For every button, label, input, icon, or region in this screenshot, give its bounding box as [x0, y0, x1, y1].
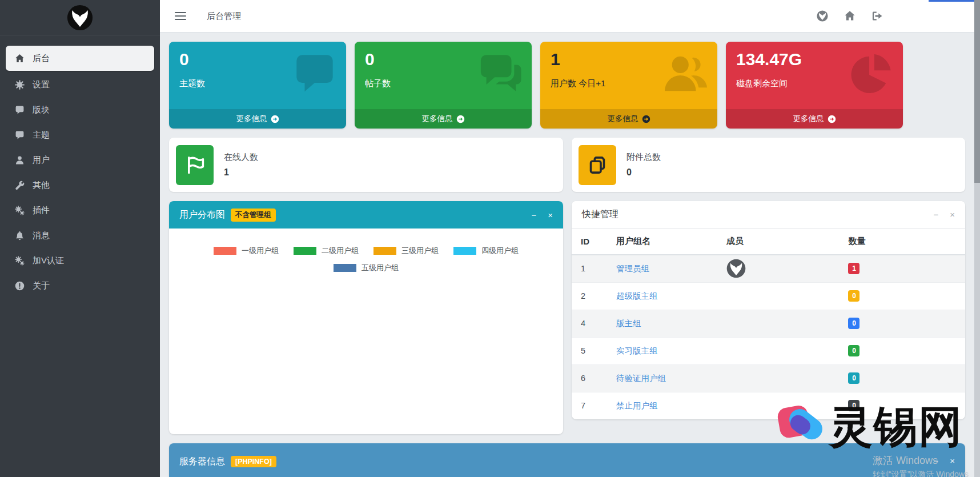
sidebar-item-label: 用户	[33, 155, 50, 166]
info-box-value: 1	[224, 167, 258, 178]
close-button[interactable]: ×	[548, 211, 553, 219]
main-content: 0 主题数 更多信息 0 帖子数 更多信息 1 用户数 今日+1 更多信息	[160, 33, 974, 477]
legend-label: 一级用户组	[242, 246, 279, 256]
window-chrome-strip	[929, 0, 974, 2]
info-box-online: 在线人数 1	[169, 138, 563, 192]
count-badge: 0	[848, 372, 859, 384]
arrow-circle-icon	[271, 115, 279, 123]
more-info-link[interactable]: 更多信息	[169, 109, 346, 129]
legend-item: 四级用户组	[453, 246, 519, 256]
sidebar-item-forums[interactable]: 版块	[6, 98, 154, 121]
panel-controls: − ×	[933, 201, 955, 228]
group-link[interactable]: 禁止用户组	[616, 401, 658, 410]
info-box-value: 0	[626, 167, 661, 178]
group-link[interactable]: 版主组	[616, 319, 641, 328]
cell-id: 2	[572, 282, 607, 310]
group-link[interactable]: 管理员组	[616, 264, 649, 273]
panel-title: 服务器信息	[179, 456, 225, 468]
more-info-label: 更多信息	[422, 114, 453, 124]
hamburger-menu-icon[interactable]	[175, 12, 186, 20]
more-info-link[interactable]: 更多信息	[726, 109, 903, 129]
stat-cards-row: 0 主题数 更多信息 0 帖子数 更多信息 1 用户数 今日+1 更多信息	[169, 42, 965, 129]
flag-icon	[176, 145, 214, 185]
sidebar-item-label: 关于	[33, 280, 50, 291]
cell-id: 6	[572, 364, 607, 392]
group-link[interactable]: 实习版主组	[616, 346, 658, 355]
table-row: 7 禁止用户组 0	[572, 392, 965, 419]
legend-swatch	[214, 247, 236, 255]
arrow-circle-icon	[456, 115, 465, 123]
sidebar-item-about[interactable]: 关于	[6, 274, 154, 297]
table-row: 4 版主组 0	[572, 310, 965, 337]
panel-controls: − ×	[531, 201, 553, 229]
sidebar-item-users[interactable]: 用户	[6, 149, 154, 171]
more-info-link[interactable]: 更多信息	[355, 109, 532, 129]
collapse-button[interactable]: −	[933, 456, 938, 465]
panel-title: 用户分布图	[179, 209, 225, 221]
legend-swatch	[294, 247, 316, 255]
scrollbar-thumb[interactable]	[974, 0, 980, 183]
group-link[interactable]: 待验证用户组	[616, 374, 666, 383]
sidebar-item-topics[interactable]: 主题	[6, 123, 154, 146]
exclamation-circle-icon	[15, 281, 25, 291]
legend-item: 一级用户组	[214, 246, 279, 256]
sidebar-item-others[interactable]: 其他	[6, 174, 154, 197]
more-info-label: 更多信息	[236, 114, 267, 124]
user-avatar-icon[interactable]	[817, 10, 828, 22]
member-avatar-icon[interactable]	[726, 259, 746, 278]
panels-row: 用户分布图 不含管理组 − × 一级用户组 二级用户组	[169, 201, 965, 434]
user-distribution-panel: 用户分布图 不含管理组 − × 一级用户组 二级用户组	[169, 201, 563, 434]
brand-logo[interactable]	[0, 0, 160, 35]
sidebar-menu: 后台 设置 版块 主题 用户 其他 插件 消息	[0, 35, 160, 297]
group-link[interactable]: 超级版主组	[616, 291, 658, 300]
cogs-icon	[15, 256, 25, 266]
count-badge: 0	[848, 318, 859, 329]
comment-icon	[15, 130, 25, 140]
table-row: 2 超级版主组 0	[572, 282, 965, 310]
sidebar-item-verification[interactable]: 加V认证	[6, 249, 154, 272]
count-badge: 0	[848, 345, 859, 356]
top-navbar: 后台管理	[160, 0, 974, 33]
sidebar-item-plugins[interactable]: 插件	[6, 199, 154, 222]
legend-label: 三级用户组	[401, 246, 439, 256]
sidebar-item-messages[interactable]: 消息	[6, 224, 154, 247]
close-button[interactable]: ×	[950, 210, 955, 219]
panel-badge: 不含管理组	[231, 209, 276, 222]
info-box-label: 附件总数	[626, 152, 661, 163]
collapse-button[interactable]: −	[531, 211, 536, 219]
close-button[interactable]: ×	[950, 456, 955, 465]
legend-swatch	[453, 247, 476, 255]
stat-card-users: 1 用户数 今日+1 更多信息	[540, 42, 717, 129]
users-icon	[664, 51, 708, 95]
arrow-circle-icon	[828, 115, 836, 123]
stat-card-posts: 0 帖子数 更多信息	[355, 42, 532, 129]
sidebar-item-label: 消息	[33, 230, 50, 241]
sidebar-item-dashboard[interactable]: 后台	[6, 46, 154, 71]
sign-out-icon[interactable]	[871, 10, 883, 22]
chart-legend-row: 五级用户组	[169, 263, 563, 273]
chart-area: 一级用户组 二级用户组 三级用户组 四级用户组	[169, 229, 563, 434]
table-row: 1 管理员组 1	[572, 255, 965, 282]
server-info-panel: 服务器信息 [PHPINFO] − ×	[169, 443, 965, 477]
collapse-button[interactable]: −	[933, 210, 938, 219]
col-header-id: ID	[572, 229, 607, 255]
comment-icon	[15, 105, 25, 115]
wrench-icon	[15, 181, 25, 190]
page-title: 后台管理	[207, 11, 241, 22]
comment-icon	[292, 51, 337, 95]
home-icon[interactable]	[844, 10, 856, 22]
cell-id: 1	[572, 255, 607, 282]
user-groups-table: ID 用户组名 成员 数量 1 管理员组 1 2 超级版主	[572, 229, 965, 419]
cogs-icon	[15, 206, 25, 215]
gear-icon	[15, 80, 25, 90]
sidebar-item-settings[interactable]: 设置	[6, 73, 154, 96]
more-info-link[interactable]: 更多信息	[540, 109, 717, 129]
legend-label: 二级用户组	[322, 246, 359, 256]
panel-header: 快捷管理 − ×	[572, 201, 965, 229]
scrollbar[interactable]	[974, 0, 980, 477]
quick-management-panel: 快捷管理 − × ID 用户组名 成员 数量	[572, 201, 965, 419]
legend-swatch	[334, 264, 356, 272]
app-logo-icon	[67, 5, 93, 31]
phpinfo-badge[interactable]: [PHPINFO]	[231, 456, 276, 467]
table-header-row: ID 用户组名 成员 数量	[572, 229, 965, 255]
